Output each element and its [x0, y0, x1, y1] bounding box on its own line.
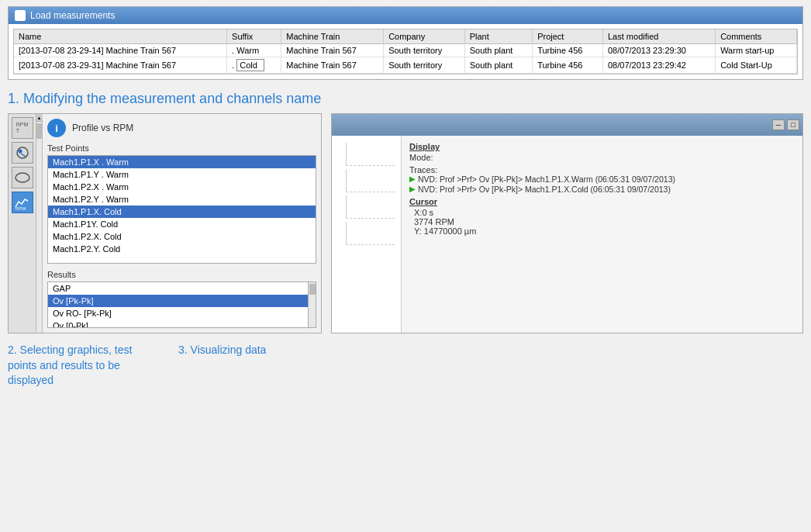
test-point-item[interactable]: Mach1.P1.X. Cold [48, 206, 316, 218]
cell-company: South territory [384, 57, 465, 74]
measurements-table: Name Suffix Machine Train Company Plant … [13, 29, 798, 74]
caption-row: 2. Selecting graphics, test points and r… [8, 343, 803, 389]
caption-3: 3. Visualizing data [178, 343, 266, 389]
col-header-plant[interactable]: Plant [464, 29, 532, 44]
traces-label: Traces: [409, 165, 437, 174]
left-panel: RPMT RPM ▲ [8, 113, 322, 333]
cell-company: South territory [384, 44, 465, 57]
cell-last-modified: 08/07/2013 23:29:30 [603, 44, 716, 57]
right-panel: ─ □ Display Mode: Traces: ▶ NVD: Prof [331, 113, 803, 333]
right-panel-topbar: ─ □ [332, 114, 802, 136]
load-measurements-dialog: Load measurements Name Suffix Machine Tr… [8, 6, 803, 80]
test-point-item[interactable]: Mach1.P1.Y . Warm [48, 168, 316, 181]
cell-machine-train: Machine Train 567 [281, 57, 384, 74]
cursor-title: Cursor [409, 197, 795, 206]
table-row[interactable]: [2013-07-08 23-29-31] Machine Train 567.… [14, 57, 797, 74]
cell-plant: South plant [464, 57, 532, 74]
dialog-titlebar: Load measurements [9, 7, 802, 24]
profile-title: Profile vs RPM [72, 123, 133, 133]
cell-plant: South plant [464, 44, 532, 57]
test-points-label: Test Points [47, 143, 316, 153]
results-label: Results [47, 270, 316, 279]
col-header-machine-train[interactable]: Machine Train [281, 29, 384, 44]
display-title: Display [409, 142, 795, 151]
svg-point-3 [16, 173, 29, 182]
table-header-row: Name Suffix Machine Train Company Plant … [14, 29, 797, 44]
suffix-input[interactable] [236, 59, 264, 71]
display-info: Display Mode: Traces: ▶ NVD: Prof >Prf> … [402, 136, 802, 333]
table-row[interactable]: [2013-07-08 23-29-14] Machine Train 567.… [14, 44, 797, 57]
sidebar-btn-rpm-active[interactable]: RPM [12, 192, 33, 213]
cell-name: [2013-07-08 23-29-14] Machine Train 567 [14, 44, 227, 57]
dialog-title: Load measurements [30, 10, 115, 21]
result-item[interactable]: Ov [0-Pk] [48, 320, 308, 328]
results-scroll-thumb[interactable] [309, 284, 316, 295]
col-header-name[interactable]: Name [14, 29, 227, 44]
caption-2: 2. Selecting graphics, test points and r… [8, 343, 163, 389]
trace-item-2: ▶ NVD: Prof >Prf> Ov [Pk-Pk]> Mach1.P1.X… [409, 185, 795, 194]
cell-comments: Cold Start-Up [716, 57, 797, 74]
result-item[interactable]: GAP [48, 282, 308, 295]
cell-suffix[interactable]: . Warm [227, 44, 281, 57]
test-point-item[interactable]: Mach1.P2.Y. Cold [48, 243, 316, 255]
col-header-project[interactable]: Project [533, 29, 603, 44]
result-item[interactable]: Ov RO- [Pk-Pk] [48, 307, 308, 320]
test-points-list[interactable]: Mach1.P1.X . WarmMach1.P1.Y . WarmMach1.… [47, 155, 316, 264]
cursor-y: Y: 14770000 µm [414, 226, 795, 236]
trace-arrow-2: ▶ [409, 185, 416, 193]
sidebar-btn-rpmT[interactable]: RPMT [12, 117, 33, 139]
cursor-x: X:0 s [414, 208, 795, 217]
sidebar-icons: RPMT RPM [9, 114, 36, 333]
minimize-button[interactable]: ─ [772, 119, 785, 130]
cell-last-modified: 08/07/2013 23:29:42 [603, 57, 716, 74]
cell-project: Turbine 456 [533, 57, 603, 74]
results-list[interactable]: GAPOv [Pk-Pk]Ov RO- [Pk-Pk]Ov [0-Pk] [47, 282, 309, 328]
col-header-comments[interactable]: Comments [716, 29, 797, 44]
scroll-up-arrow[interactable]: ▲ [36, 114, 43, 122]
right-panel-body: Display Mode: Traces: ▶ NVD: Prof >Prf> … [332, 136, 802, 333]
svg-point-0 [17, 147, 28, 158]
cursor-rpm: 3774 RPM [414, 217, 795, 226]
panels-row: RPMT RPM ▲ [8, 113, 803, 333]
left-panel-content: i Profile vs RPM Test Points Mach1.P1.X … [43, 114, 321, 333]
test-point-item[interactable]: Mach1.P1Y. Cold [48, 218, 316, 230]
restore-button[interactable]: □ [787, 119, 799, 130]
cell-machine-train: Machine Train 567 [281, 44, 384, 57]
info-icon: i [47, 119, 66, 137]
trace-arrow-1: ▶ [409, 174, 416, 183]
cursor-section: Cursor X:0 s 3774 RPM Y: 14770000 µm [409, 197, 795, 236]
svg-point-1 [18, 150, 22, 154]
dialog-content: Name Suffix Machine Train Company Plant … [9, 24, 802, 79]
result-item[interactable]: Ov [Pk-Pk] [48, 295, 308, 307]
mode-label: Mode: [409, 153, 433, 162]
test-point-item[interactable]: Mach1.P1.X . Warm [48, 156, 316, 168]
test-point-item[interactable]: Mach1.P2.X . Warm [48, 181, 316, 193]
test-point-item[interactable]: Mach1.P2.Y . Warm [48, 193, 316, 206]
cell-project: Turbine 456 [533, 44, 603, 57]
trace-text-2: NVD: Prof >Prf> Ov [Pk-Pk]> Mach1.P1.X.C… [418, 185, 671, 194]
sidebar-btn-oval[interactable] [12, 167, 33, 188]
trace-item-1: ▶ NVD: Prof >Prf> Ov [Pk-Pk]> Mach1.P1.X… [409, 174, 795, 184]
cell-name: [2013-07-08 23-29-31] Machine Train 567 [14, 57, 227, 74]
cell-suffix[interactable]: . [227, 57, 281, 74]
section1-heading: 1. Modifying the measurement and channel… [8, 91, 803, 107]
traces-section: Traces: ▶ NVD: Prof >Prf> Ov [Pk-Pk]> Ma… [409, 165, 795, 194]
sidebar-btn-dot[interactable] [12, 142, 33, 164]
col-header-last-modified[interactable]: Last modified [603, 29, 716, 44]
test-point-item[interactable]: Mach1.P2.X. Cold [48, 230, 316, 243]
profile-header: i Profile vs RPM [47, 119, 316, 137]
cell-comments: Warm start-up [716, 44, 797, 57]
col-header-company[interactable]: Company [384, 29, 465, 44]
sidebar-scrollbar[interactable]: ▲ [36, 114, 43, 333]
dialog-icon [15, 10, 26, 21]
chart-area [332, 136, 402, 333]
svg-text:RPM: RPM [16, 206, 26, 211]
trace-text-1: NVD: Prof >Prf> Ov [Pk-Pk]> Mach1.P1.X.W… [418, 174, 675, 184]
svg-line-2 [21, 154, 26, 157]
col-header-suffix[interactable]: Suffix [227, 29, 281, 44]
scroll-thumb[interactable] [36, 123, 43, 139]
results-container: GAPOv [Pk-Pk]Ov RO- [Pk-Pk]Ov [0-Pk] [47, 282, 316, 328]
mode-line: Mode: [409, 153, 795, 162]
results-scrollbar[interactable] [309, 282, 316, 328]
